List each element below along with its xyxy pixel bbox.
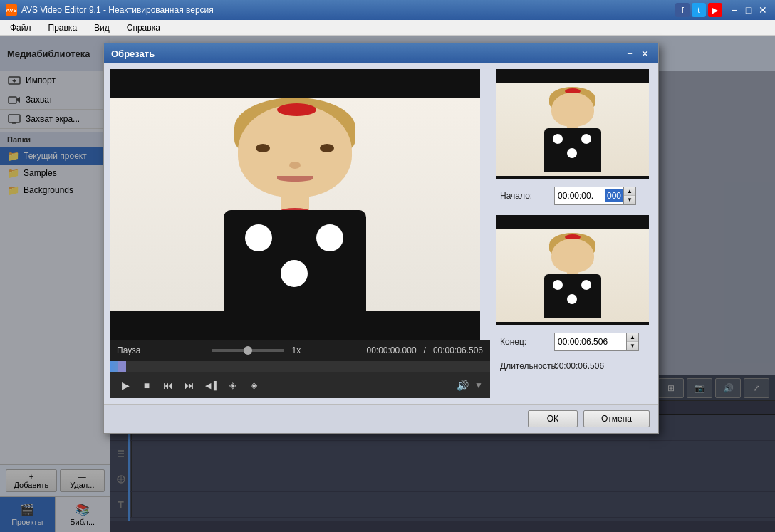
twitter-icon[interactable]: t [692, 3, 706, 17]
time-separator: / [424, 345, 426, 355]
thumb-top-2 [496, 215, 649, 229]
volume-icon: 🔊 [457, 380, 469, 391]
start-preview-thumb [496, 69, 649, 179]
thumb-top-1 [496, 69, 649, 83]
title-bar-left: AVS AVS Video Editor 9.1 - Неактивирован… [6, 4, 214, 16]
title-bar: AVS AVS Video Editor 9.1 - Неактивирован… [0, 0, 775, 20]
thumb-content-1 [496, 83, 649, 176]
start-spinner-down[interactable]: ▼ [624, 196, 635, 204]
menu-help[interactable]: Справка [123, 21, 165, 34]
end-preview-thumb [496, 215, 649, 325]
time-total: 00:00:06.506 [433, 345, 483, 355]
window-controls: − □ ✕ [728, 4, 769, 16]
end-time-input[interactable] [555, 335, 626, 348]
video-frame-top [110, 69, 480, 98]
play-button[interactable]: ▶ [117, 377, 134, 394]
video-scrubber[interactable] [110, 361, 490, 372]
duration-row: Длительность: 00:00:06.506 [496, 358, 652, 374]
youtube-icon[interactable]: ▶ [708, 3, 722, 17]
end-label: Конец: [500, 337, 550, 347]
dialog-controls: − ✕ [623, 48, 651, 59]
small-child-figure-2 [537, 233, 608, 318]
child-body [224, 210, 366, 311]
mark-in-button[interactable]: ◈ [224, 377, 241, 394]
dialog-footer: ОК Отмена [104, 404, 658, 433]
maximize-button[interactable]: □ [742, 4, 755, 16]
end-spinner: ▲ ▼ [626, 333, 638, 350]
end-time-row: Конец: ▲ ▼ [496, 330, 652, 354]
hair-accessory [277, 103, 316, 116]
time-current: 00:00:00.000 [367, 345, 417, 355]
cancel-button[interactable]: Отмена [583, 410, 650, 427]
menu-bar: Файл Правка Вид Справка [0, 20, 775, 36]
start-time-highlight: 000 [605, 189, 623, 202]
minimize-button[interactable]: − [728, 4, 741, 16]
video-area: Пауза 1x 00:00:00.000 / 00:00:06.506 [110, 69, 490, 398]
child-figure [195, 98, 395, 311]
scrubber-handle[interactable] [118, 361, 126, 372]
dress-dot-2 [316, 224, 343, 251]
start-time-input[interactable] [555, 189, 605, 202]
thumb-bottom-1 [496, 176, 649, 179]
speed-label: 1x [292, 345, 301, 355]
dialog-body: Пауза 1x 00:00:00.000 / 00:00:06.506 [104, 63, 658, 404]
end-spinner-down[interactable]: ▼ [627, 342, 638, 350]
speed-slider-handle[interactable] [244, 346, 252, 355]
close-button[interactable]: ✕ [756, 4, 769, 16]
video-main [110, 69, 480, 340]
menu-file[interactable]: Файл [6, 21, 36, 34]
dialog-right: Начало: 000 ▲ ▼ [496, 69, 652, 398]
end-time-input-group: ▲ ▼ [554, 333, 639, 351]
nose [289, 162, 301, 169]
duration-label: Длительность: [500, 361, 550, 371]
right-eye [320, 144, 334, 152]
dress-dot-1 [245, 224, 272, 251]
child-head [238, 105, 352, 197]
dress-dot-3 [281, 260, 308, 287]
playback-controls: ▶ ■ ⏮ ⏭ ◀▐ ◈ ◈ 🔊 ▼ [110, 372, 490, 398]
thumb-bottom-2 [496, 322, 649, 325]
frame-back-button[interactable]: ◀▐ [202, 377, 219, 394]
video-frame-bottom [110, 311, 480, 340]
volume-expand[interactable]: ▼ [474, 380, 483, 390]
start-time-row: Начало: 000 ▲ ▼ [496, 184, 652, 208]
duration-value: 00:00:06.506 [554, 361, 604, 371]
app-icon: AVS [6, 4, 17, 16]
left-eye [256, 144, 270, 152]
crop-dialog: Обрезать − ✕ [103, 43, 659, 434]
mark-out-button[interactable]: ◈ [245, 377, 262, 394]
rewind-button[interactable]: ⏮ [160, 377, 177, 394]
video-status: Пауза 1x 00:00:00.000 / 00:00:06.506 [110, 340, 490, 361]
start-time-input-group: 000 ▲ ▼ [554, 187, 636, 205]
dialog-close-btn[interactable]: ✕ [638, 48, 651, 59]
facebook-icon[interactable]: f [675, 3, 690, 17]
mouth [277, 176, 313, 182]
app-title: AVS Video Editor 9.1 - Неактивированная … [21, 5, 214, 15]
start-spinner: ▲ ▼ [623, 187, 635, 204]
dialog-title: Обрезать [111, 48, 155, 59]
scrubber-fill [110, 361, 118, 372]
ok-button[interactable]: ОК [528, 410, 578, 427]
start-spinner-up[interactable]: ▲ [624, 187, 635, 196]
menu-view[interactable]: Вид [90, 21, 114, 34]
stop-button[interactable]: ■ [138, 377, 155, 394]
video-frame-content [110, 98, 480, 311]
dialog-minimize-btn[interactable]: − [623, 48, 636, 59]
pause-label: Пауза [117, 345, 140, 355]
thumb-content-2 [496, 229, 649, 322]
menu-edit[interactable]: Правка [44, 21, 82, 34]
small-child-figure-1 [537, 87, 608, 172]
end-spinner-up[interactable]: ▲ [627, 333, 638, 342]
social-icons: f t ▶ [675, 3, 722, 17]
dialog-titlebar: Обрезать − ✕ [104, 43, 658, 63]
start-label: Начало: [500, 191, 550, 201]
forward-button[interactable]: ⏭ [181, 377, 198, 394]
